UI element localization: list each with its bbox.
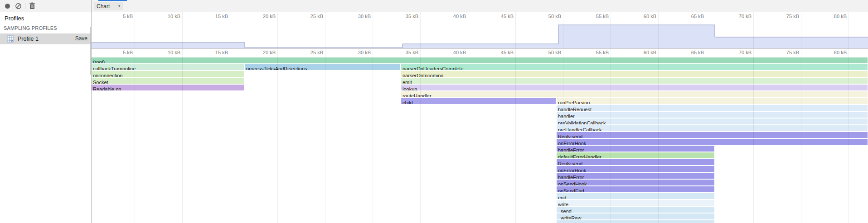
overview-gridline bbox=[753, 12, 754, 48]
overview-ruler-label: 25 kB bbox=[310, 14, 323, 19]
flame-bar-label: onErrorHook bbox=[557, 141, 586, 145]
flame-ruler-label: 75 kB bbox=[786, 50, 799, 55]
overview-gridline bbox=[420, 12, 421, 48]
overview-ruler-label: 75 kB bbox=[786, 14, 799, 19]
overview-ruler-label: 15 kB bbox=[215, 14, 228, 19]
overview-gridline bbox=[373, 12, 373, 48]
overview-ruler-label: 40 kB bbox=[453, 14, 466, 19]
overview-gridline bbox=[230, 12, 230, 48]
overview-gridline bbox=[611, 12, 611, 48]
flame-bar-label: onSendEnd bbox=[557, 188, 584, 192]
flame-gridline bbox=[325, 48, 325, 223]
overview-gridline bbox=[563, 12, 563, 48]
overview-gridline bbox=[706, 12, 706, 48]
flame-gridline bbox=[277, 48, 278, 223]
flame-bar-label: write_ bbox=[557, 202, 571, 206]
overview-gridline bbox=[849, 12, 849, 48]
flame-bar-label: runPreParsing bbox=[557, 100, 590, 104]
flame-gridline bbox=[611, 48, 611, 223]
overview-ruler-label: 35 kB bbox=[406, 14, 418, 19]
flame-bar-label: onSendHook bbox=[557, 181, 587, 185]
flame-gridline bbox=[753, 48, 754, 223]
flame-bar-label: child bbox=[401, 100, 413, 104]
flame-bar-label: defaultErrorHandler bbox=[557, 154, 601, 158]
overview-ruler-label: 5 kB bbox=[123, 14, 133, 19]
flame-bar-label: lookup bbox=[401, 86, 417, 90]
overview-ruler-label: 20 kB bbox=[263, 14, 276, 19]
flame-gridline bbox=[230, 48, 230, 223]
flame-bar-label: Reply.send bbox=[557, 134, 582, 138]
overview-ruler-label: 30 kB bbox=[358, 14, 371, 19]
flame-gridline bbox=[182, 48, 183, 223]
overview-gridline bbox=[468, 12, 468, 48]
allocation-overview-chart[interactable] bbox=[0, 0, 868, 223]
flame-ruler-label: 55 kB bbox=[596, 50, 609, 55]
flame-ruler-label: 25 kB bbox=[310, 50, 323, 55]
flame-ruler-label: 80 kB bbox=[834, 50, 847, 55]
flame-gridline bbox=[373, 48, 373, 223]
flame-bar-label: Reply.send bbox=[557, 161, 582, 165]
flame-gridline bbox=[515, 48, 516, 223]
flame-gridline bbox=[849, 48, 849, 223]
flame-bar-label: routeHandler bbox=[401, 93, 432, 97]
overview-ruler-label: 50 kB bbox=[548, 14, 561, 19]
overview-ruler-label: 70 kB bbox=[739, 14, 752, 19]
overview-gridline bbox=[277, 12, 278, 48]
flame-bar-label: parserOnHeadersComplete bbox=[401, 66, 464, 70]
flame-bar-label: processTicksAndRejections bbox=[245, 66, 307, 70]
flame-bar-label: end bbox=[557, 195, 566, 199]
overview-gridline bbox=[182, 12, 183, 48]
flame-bar-label: preHandlerCallback bbox=[557, 127, 602, 131]
overview-flame-divider bbox=[92, 48, 868, 49]
flame-bar-label: emit bbox=[401, 80, 412, 84]
flame-bar-label: (root) bbox=[92, 59, 105, 63]
flame-ruler-label: 10 kB bbox=[168, 50, 180, 55]
overview-ruler-label: 45 kB bbox=[501, 14, 514, 19]
flame-bar-label: handler bbox=[557, 114, 575, 118]
flame-ruler-label: 5 kB bbox=[123, 50, 133, 55]
flame-ruler-label: 50 kB bbox=[548, 50, 561, 55]
flame-ruler-label: 65 kB bbox=[691, 50, 704, 55]
flame-bar-label: _writeRaw bbox=[557, 215, 581, 219]
overview-ruler-label: 65 kB bbox=[691, 14, 704, 19]
flame-bar-label: handleRequest bbox=[557, 107, 592, 111]
overview-gridline bbox=[801, 12, 801, 48]
flame-gridline bbox=[658, 48, 659, 223]
flame-bar-label: onconnection bbox=[92, 73, 122, 77]
overview-gridline bbox=[135, 12, 135, 48]
overview-ruler-label: 60 kB bbox=[644, 14, 656, 19]
flame-ruler-label: 20 kB bbox=[263, 50, 276, 55]
flame-ruler-label: 70 kB bbox=[739, 50, 752, 55]
flame-ruler-label: 30 kB bbox=[358, 50, 371, 55]
flame-bar-label: Socket bbox=[92, 80, 108, 84]
overview-ruler-label: 80 kB bbox=[834, 14, 847, 19]
flame-ruler-label: 45 kB bbox=[501, 50, 514, 55]
flame-bar-label: parserOnIncoming bbox=[401, 73, 444, 77]
overview-gridline bbox=[658, 12, 659, 48]
overview-ruler-label: 55 kB bbox=[596, 14, 609, 19]
flame-bar-label: Readable.on bbox=[92, 86, 121, 90]
flame-ruler-label: 40 kB bbox=[453, 50, 466, 55]
flame-gridline bbox=[468, 48, 468, 223]
flame-gridline bbox=[706, 48, 706, 223]
flame-bar-label: callbackTrampoline bbox=[92, 66, 136, 70]
flame-bar-label: handleError bbox=[557, 147, 584, 152]
flame-ruler-label: 60 kB bbox=[644, 50, 656, 55]
flame-gridline bbox=[801, 48, 801, 223]
flame-ruler-label: 35 kB bbox=[406, 50, 418, 55]
flame-gridline bbox=[135, 48, 135, 223]
flame-bar-label: handleError bbox=[557, 175, 584, 179]
overview-gridline bbox=[325, 12, 325, 48]
flame-bar-label: preValidationCallback bbox=[557, 120, 606, 124]
flame-bar-label: onErrorHook bbox=[557, 168, 586, 172]
overview-ruler-label: 10 kB bbox=[168, 14, 180, 19]
overview-gridline bbox=[515, 12, 516, 48]
flame-ruler-label: 15 kB bbox=[215, 50, 228, 55]
flame-bar-label: _send bbox=[557, 209, 572, 213]
